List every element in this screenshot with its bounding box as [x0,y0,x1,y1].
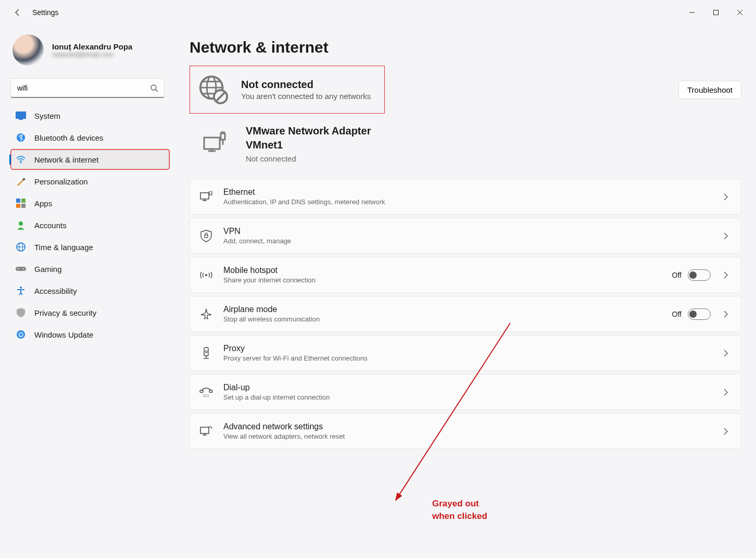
profile-name: Ionuț Alexandru Popa [52,42,132,51]
globe-denied-icon [197,73,230,106]
svg-rect-40 [205,235,208,238]
chevron-right-icon [723,428,730,435]
dialup-icon [199,386,213,399]
sidebar-item-system[interactable]: System [10,105,170,126]
svg-point-7 [20,162,22,164]
sidebar-item-accounts[interactable]: Accounts [10,215,170,235]
sidebar-item-gaming[interactable]: Gaming [10,258,170,279]
svg-point-53 [205,396,206,397]
nav-label: Accounts [34,221,67,230]
setting-ethernet[interactable]: Ethernet Authentication, IP and DNS sett… [190,179,741,215]
update-icon [16,329,26,340]
setting-hotspot[interactable]: Mobile hotspot Share your internet conne… [190,257,741,293]
setting-title: Proxy [223,344,711,353]
svg-point-48 [203,394,204,395]
nav-label: Windows Update [34,330,93,339]
svg-rect-36 [200,193,209,199]
setting-advanced[interactable]: Advanced network settings View all netwo… [190,413,741,449]
maximize-button[interactable] [704,4,728,21]
profile-email: redacted@email.com [52,51,132,58]
bluetooth-icon [16,132,26,143]
svg-rect-10 [21,199,26,203]
setting-vpn[interactable]: VPN Add, connect, manage [190,218,741,254]
setting-proxy[interactable]: Proxy Proxy server for Wi-Fi and Etherne… [190,335,741,371]
svg-point-2 [151,85,156,90]
setting-subtitle: Stop all wireless communication [223,315,662,323]
setting-subtitle: Proxy server for Wi-Fi and Ethernet conn… [223,354,711,362]
globe-icon [16,242,26,252]
titlebar: Settings [0,0,756,25]
main-content: Network & internet Not connected [177,25,756,558]
svg-rect-12 [21,204,26,208]
sidebar-item-personalization[interactable]: Personalization [10,171,170,192]
svg-point-55 [208,396,209,397]
svg-rect-5 [19,119,23,120]
nav-label: Accessibility [34,287,77,295]
svg-point-52 [203,396,204,397]
svg-rect-17 [16,267,26,271]
svg-point-51 [208,394,209,395]
window-controls [680,4,752,21]
airplane-icon [199,307,213,321]
svg-point-49 [205,394,206,395]
nav-label: Time & language [34,243,93,252]
svg-point-50 [206,394,207,395]
setting-airplane[interactable]: Airplane mode Stop all wireless communic… [190,296,741,332]
svg-point-18 [18,268,19,269]
sidebar-item-update[interactable]: Windows Update [10,324,170,345]
svg-rect-4 [16,111,26,119]
accessibility-icon [16,286,26,296]
connection-status-card[interactable]: Not connected You aren't connected to an… [190,66,385,114]
chevron-right-icon [723,271,730,279]
adapter-icon [201,130,228,157]
svg-point-19 [23,268,24,269]
svg-point-45 [205,351,207,353]
nav-label: Bluetooth & devices [34,133,104,142]
airplane-toggle[interactable] [688,308,711,320]
avatar [12,34,44,66]
svg-point-54 [206,396,207,397]
search-input[interactable] [10,78,165,98]
sidebar-item-time-language[interactable]: Time & language [10,237,170,257]
svg-rect-29 [204,138,220,149]
svg-rect-42 [204,348,208,356]
troubleshoot-button[interactable]: Troubleshoot [678,81,741,99]
account-icon [16,220,26,230]
close-button[interactable] [728,4,752,21]
nav-label: Personalization [34,177,88,186]
nav-label: Network & internet [34,155,98,164]
system-icon [16,110,26,121]
sidebar-item-apps[interactable]: Apps [10,193,170,214]
profile-block[interactable]: Ionuț Alexandru Popa redacted@email.com [10,30,177,75]
setting-dialup[interactable]: Dial-up Set up a dial-up internet connec… [190,374,741,410]
svg-rect-32 [221,133,225,140]
chevron-right-icon [723,311,730,318]
chevron-right-icon [723,389,730,396]
sidebar-item-accessibility[interactable]: Accessibility [10,280,170,301]
setting-subtitle: View all network adapters, network reset [223,432,711,440]
sidebar-item-bluetooth[interactable]: Bluetooth & devices [10,127,170,148]
nav-list: System Bluetooth & devices Network & int… [10,105,177,345]
sidebar-item-privacy[interactable]: Privacy & security [10,302,170,323]
adapter-name: VMware Network AdapterVMnet1 [246,124,371,152]
svg-point-41 [205,274,207,276]
nav-label: Privacy & security [34,308,96,317]
setting-title: Airplane mode [223,305,662,314]
setting-title: VPN [223,227,711,236]
shield-icon [16,307,26,318]
status-subtitle: You aren't connected to any networks [241,92,371,101]
minimize-button[interactable] [680,4,704,21]
adapter-status: Not connected [246,154,371,163]
sidebar-item-network[interactable]: Network & internet [10,149,170,170]
setting-subtitle: Add, connect, manage [223,237,711,245]
setting-title: Ethernet [223,188,711,197]
advanced-net-icon [199,425,213,438]
wifi-icon [16,154,26,165]
nav-label: System [34,111,60,120]
chevron-right-icon [723,232,730,240]
adapter-row[interactable]: VMware Network AdapterVMnet1 Not connect… [190,117,741,175]
setting-subtitle: Set up a dial-up internet connection [223,393,711,401]
back-button[interactable] [12,7,23,18]
hotspot-toggle[interactable] [688,269,711,281]
svg-rect-46 [200,390,203,392]
